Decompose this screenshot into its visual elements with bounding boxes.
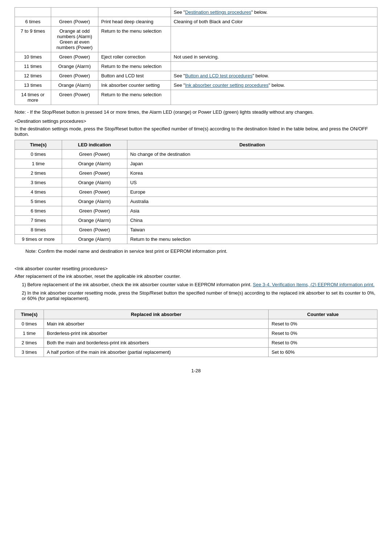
ink-col-counter: Counter value — [269, 310, 377, 319]
dest-row-5: 5 times Orange (Alarm) Australia — [15, 197, 377, 206]
led-13: Orange (Alarm) — [51, 81, 98, 90]
op-10: Eject roller correction — [98, 52, 171, 62]
dest-row-4: 4 times Green (Power) Europe — [15, 187, 377, 197]
ink-absorber-intro: After replacement of the ink absorber, r… — [15, 274, 377, 279]
dest-row-2: 2 times Green (Power) Korea — [15, 169, 377, 178]
desc-7-9 — [171, 27, 377, 52]
ink-absorber-link[interactable]: Ink absorber counter setting procedures — [185, 82, 269, 88]
empty-cell-1 — [15, 8, 51, 17]
op-12: Button and LCD test — [98, 71, 171, 81]
op-7-9: Return to the menu selection — [98, 27, 171, 52]
dest-row-0: 0 times Green (Power) No change of the d… — [15, 150, 377, 159]
destination-intro: In the destination settings mode, press … — [15, 126, 377, 137]
destination-table: Time(s) LED indication Destination 0 tim… — [15, 140, 377, 244]
op-14: Return to the menu selection — [98, 90, 171, 105]
led-7-9: Orange at odd numbers (Alarm)Green at ev… — [51, 27, 98, 52]
ink-absorber-table: Time(s) Replaced ink absorber Counter va… — [15, 309, 377, 357]
desc-11 — [171, 62, 377, 71]
times-7-9: 7 to 9 times — [15, 27, 51, 52]
ink-col-times: Time(s) — [15, 310, 44, 319]
dest-row-6: 6 times Green (Power) Asia — [15, 206, 377, 216]
ink-absorber-step2: 2) In the ink absorber counter resetting… — [15, 290, 377, 301]
ink-row-0: 0 times Main ink absorber Reset to 0% — [15, 319, 377, 329]
ink-absorber-header: <Ink absorber counter resetting procedur… — [15, 266, 377, 271]
button-lcd-link[interactable]: Button and LCD test procedures — [185, 73, 253, 78]
ink-row-1: 1 time Borderless-print ink absorber Res… — [15, 329, 377, 338]
empty-cell-3 — [98, 8, 171, 17]
op-11: Return to the menu selection — [98, 62, 171, 71]
dest-row-8: 8 times Green (Power) Taiwan — [15, 225, 377, 235]
dest-row-7: 7 times Orange (Alarm) China — [15, 216, 377, 225]
op-6: Print head deep cleaning — [98, 17, 171, 27]
dest-row-9: 9 times or more Orange (Alarm) Return to… — [15, 235, 377, 244]
desc-10: Not used in servicing. — [171, 52, 377, 62]
times-14: 14 times or more — [15, 90, 51, 105]
dest-row-1: 1 time Orange (Alarm) Japan — [15, 159, 377, 169]
times-11: 11 times — [15, 62, 51, 71]
page-number: 1-28 — [15, 368, 377, 373]
led-12: Green (Power) — [51, 71, 98, 81]
led-6: Green (Power) — [51, 17, 98, 27]
destination-header: <Destination settings procedures> — [15, 118, 377, 124]
destination-note: Note: Confirm the model name and destina… — [15, 248, 377, 254]
desc-12: See "Button and LCD test procedures" bel… — [171, 71, 377, 81]
ink-col-replaced: Replaced ink absorber — [44, 310, 268, 319]
ink-row-2: 2 times Both the main and borderless-pri… — [15, 338, 377, 348]
desc-14 — [171, 90, 377, 105]
times-13: 13 times — [15, 81, 51, 90]
desc-13: See "Ink absorber counter setting proced… — [171, 81, 377, 90]
op-13: Ink absorber counter setting — [98, 81, 171, 90]
led-11: Orange (Alarm) — [51, 62, 98, 71]
dest-col-led: LED indication — [62, 140, 127, 150]
ink-row-3: 3 times A half portion of the main ink a… — [15, 348, 377, 357]
eeprom-link[interactable]: See 3-4. Verification Items, (2) EEPROM … — [253, 282, 375, 287]
dest-row-3: 3 times Orange (Alarm) US — [15, 178, 377, 187]
times-12: 12 times — [15, 71, 51, 81]
destination-settings-link[interactable]: Destination settings procedures — [185, 9, 251, 15]
empty-cell-2 — [51, 8, 98, 17]
led-14: Green (Power) — [51, 90, 98, 105]
times-6: 6 times — [15, 17, 51, 27]
desc-6: Cleaning of both Black and Color — [171, 17, 377, 27]
dest-col-times: Time(s) — [15, 140, 62, 150]
top-partial-table: See "Destination settings procedures" be… — [15, 7, 377, 105]
note1: Note: - If the Stop/Reset button is pres… — [15, 109, 377, 115]
top-note-cell: See "Destination settings procedures" be… — [171, 8, 377, 17]
dest-col-destination: Destination — [127, 140, 377, 150]
led-10: Green (Power) — [51, 52, 98, 62]
times-10: 10 times — [15, 52, 51, 62]
ink-absorber-step1: 1) Before replacement of the ink absorbe… — [15, 282, 377, 287]
